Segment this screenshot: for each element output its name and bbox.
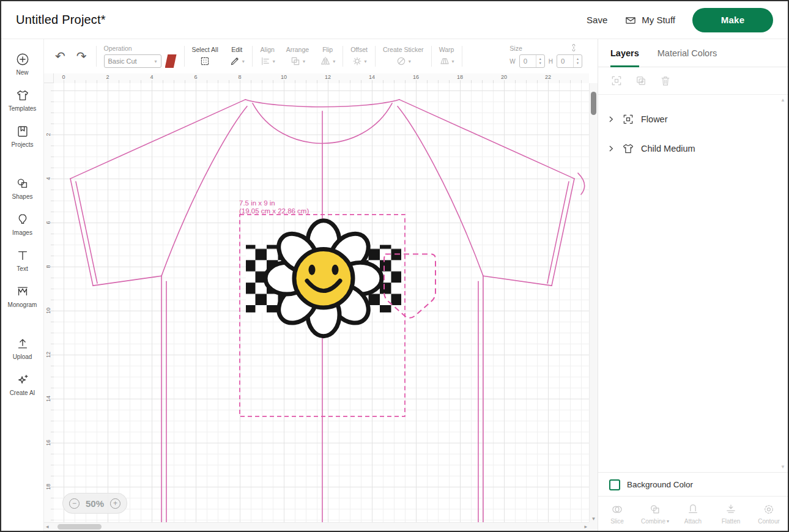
toolbar-divider — [462, 46, 462, 67]
sidebar-item-images[interactable]: Images — [1, 207, 43, 243]
group-layer-icon — [622, 113, 634, 125]
ruler-mark: 4 — [150, 74, 153, 80]
contour-button[interactable]: Contour — [750, 503, 788, 525]
flatten-button[interactable]: Flatten — [712, 503, 750, 525]
stepper-up-icon: ▴ — [577, 57, 579, 61]
duplicate-button[interactable] — [635, 75, 647, 87]
width-input[interactable]: 0 ▴▾ — [519, 54, 545, 68]
ruler-mark: 6 — [45, 219, 51, 226]
toolbar-divider — [96, 46, 97, 67]
zoom-control: − 50% + — [62, 493, 127, 514]
zoom-in-button[interactable]: + — [110, 498, 120, 509]
group-button[interactable] — [610, 75, 623, 87]
delete-button[interactable] — [659, 75, 672, 87]
flower-center — [294, 249, 353, 307]
warp-button[interactable]: ▾ — [439, 56, 454, 67]
list-scroll-down-icon[interactable]: ▼ — [780, 464, 785, 470]
operation-select[interactable]: Basic Cut ▾ — [104, 54, 161, 68]
undo-button[interactable]: ↶ — [55, 49, 65, 64]
sidebar-item-label: Upload — [13, 353, 32, 360]
offset-group: Offset ▾ — [345, 46, 373, 67]
create-sticker-button[interactable]: ▾ — [396, 56, 411, 67]
sidebar-item-shapes[interactable]: Shapes — [1, 171, 43, 207]
scroll-right-icon[interactable]: ▸ — [584, 523, 587, 530]
trash-icon — [659, 75, 672, 87]
sidebar-item-label: New — [16, 69, 28, 76]
size-group: Size W 0 ▴▾ H 0 ▴▾ — [504, 45, 588, 68]
chevron-down-icon: ▾ — [409, 59, 411, 64]
layer-label: Flower — [641, 114, 668, 124]
background-color-swatch[interactable] — [609, 479, 620, 490]
layer-row-flower[interactable]: Flower — [598, 105, 788, 134]
zoom-out-button[interactable]: − — [69, 498, 80, 509]
attach-button[interactable]: Attach — [674, 503, 712, 525]
redo-button[interactable]: ↷ — [76, 49, 87, 64]
sidebar-item-projects[interactable]: Projects — [1, 119, 43, 155]
scroll-down-icon[interactable]: ▼ — [590, 516, 598, 522]
select-all-icon — [199, 56, 210, 67]
ruler-mark: 10 — [45, 307, 51, 314]
sidebar-item-create-ai[interactable]: Create AI — [1, 367, 43, 403]
shapes-icon — [16, 177, 29, 190]
make-button[interactable]: Make — [692, 8, 773, 32]
edit-group: Edit ▾ — [224, 46, 250, 67]
tab-layers[interactable]: Layers — [610, 39, 639, 67]
scroll-left-icon[interactable]: ◂ — [46, 523, 49, 530]
align-label: Align — [261, 46, 275, 53]
ruler-mark: 20 — [501, 74, 507, 80]
ruler-horizontal: 0 2 4 6 8 10 12 14 16 18 20 22 — [54, 73, 589, 84]
size-link-icon[interactable] — [569, 43, 578, 52]
combine-button[interactable]: Combine▾ — [636, 503, 674, 525]
layer-list: Flower Child Medium ▲ ▼ — [598, 95, 788, 472]
horizontal-scrollbar-thumb[interactable] — [57, 524, 102, 530]
design-canvas[interactable]: 0 2 4 6 8 10 12 14 16 18 20 22 2 4 6 8 1… — [44, 73, 598, 531]
horizontal-scrollbar[interactable]: ◂ ▸ — [44, 522, 589, 531]
sidebar-item-new[interactable]: New — [1, 46, 43, 83]
background-color-row: Background Color — [598, 472, 788, 497]
tab-material-colors[interactable]: Material Colors — [658, 39, 717, 67]
canvas-grid[interactable]: 7.5 in x 9 in (19.05 cm x 22.86 cm) — [54, 83, 589, 522]
vertical-scrollbar-thumb[interactable] — [591, 92, 596, 115]
combine-icon — [649, 503, 661, 515]
toolbar-divider — [343, 46, 343, 67]
ruler-mark: 16 — [413, 74, 419, 80]
edit-button[interactable]: ▾ — [229, 56, 245, 67]
select-all-button[interactable] — [199, 56, 210, 67]
operation-color-swatch[interactable] — [165, 54, 177, 68]
stepper-up-icon: ▴ — [539, 57, 541, 61]
height-input[interactable]: 0 ▴▾ — [557, 54, 582, 68]
flower-design[interactable] — [246, 221, 401, 336]
ruler-mark: 2 — [106, 74, 109, 80]
list-scroll-up-icon[interactable]: ▲ — [780, 97, 785, 103]
align-button[interactable]: ▾ — [260, 56, 275, 67]
sidebar-item-text[interactable]: Text — [1, 243, 43, 279]
align-icon — [260, 56, 271, 67]
width-stepper[interactable]: ▴▾ — [536, 55, 544, 67]
chevron-right-icon — [607, 144, 615, 153]
sidebar-item-upload[interactable]: Upload — [1, 331, 43, 367]
save-button[interactable]: Save — [587, 15, 607, 25]
sidebar-item-label: Shapes — [12, 193, 33, 200]
offset-button[interactable]: ▾ — [352, 56, 367, 67]
my-stuff-button[interactable]: My Stuff — [624, 14, 675, 26]
layer-actions-toolbar — [598, 67, 788, 95]
flip-button[interactable]: ▾ — [320, 56, 335, 67]
ruler-mark: 8 — [45, 263, 51, 270]
ruler-mark: 8 — [238, 74, 241, 80]
sidebar-item-label: Images — [12, 229, 32, 236]
boolean-tools: Slice Combine▾ Attach Flatten Contour — [598, 496, 788, 531]
sidebar-item-templates[interactable]: Templates — [1, 83, 43, 119]
sidebar-item-monogram[interactable]: Monogram — [1, 279, 43, 315]
balloon-icon — [16, 213, 29, 226]
arrange-button[interactable]: ▾ — [290, 56, 305, 67]
layer-row-child-medium[interactable]: Child Medium — [598, 134, 788, 163]
arrange-group: Arrange ▾ — [281, 46, 314, 67]
chevron-down-icon: ▾ — [273, 59, 275, 64]
height-stepper[interactable]: ▴▾ — [573, 55, 582, 67]
vertical-scrollbar[interactable]: ▼ — [589, 83, 598, 522]
slice-button[interactable]: Slice — [598, 503, 636, 525]
warp-group: Warp ▾ — [434, 46, 460, 67]
create-sticker-label: Create Sticker — [383, 46, 424, 53]
app-window: Untitled Project* Save My Stuff Make New… — [0, 0, 789, 532]
offset-label: Offset — [350, 46, 368, 53]
